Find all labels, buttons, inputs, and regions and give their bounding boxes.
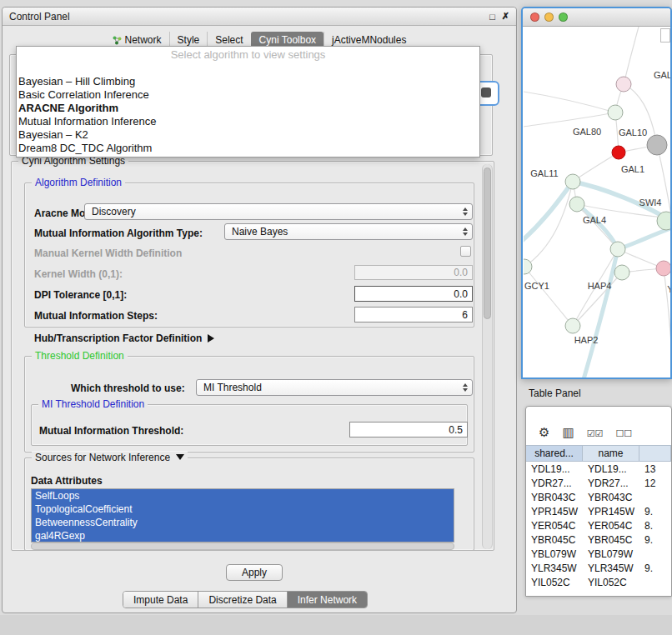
network-edge[interactable] [664,268,671,343]
network-scrollbar[interactable] [660,28,670,42]
algorithm-option-bayesian-hill-climbing[interactable]: Bayesian – Hill Climbing [17,75,479,88]
which-threshold-combobox[interactable]: MI Threshold [196,379,473,396]
columns-icon[interactable]: ▥ [562,426,574,438]
table-cell: YBR043C [583,492,639,503]
table-cell: YDR27... [526,478,583,489]
table-row[interactable]: YIL052CYIL052C [526,575,671,589]
column-header-extra[interactable] [639,446,671,461]
table-cell: YDL19... [583,463,639,475]
tab-label: Style [178,34,200,46]
attribute-item-betweennesscentrality[interactable]: BetweennessCentrality [32,516,454,529]
close-window-button[interactable]: ✗ [502,11,509,22]
bottom-tab-impute-data[interactable]: Impute Data [123,592,198,608]
hub-definition-toggle[interactable]: Hub/Transcription Factor Definition [34,332,214,344]
aracne-mode-combobox[interactable]: Discovery [84,203,473,220]
table-row[interactable]: YBL079WYBL079W [526,547,671,561]
threshold-definition-title: Threshold Definition [32,350,128,362]
mi-steps-label: Mutual Information Steps: [34,310,158,322]
node-label-swi4: SWI4 [639,198,662,208]
attribute-item-topologicalcoefficient[interactable]: TopologicalCoefficient [32,502,454,516]
table-cell: YLR345W [526,562,583,574]
bottom-tab-discretize-data[interactable]: Discretize Data [198,592,286,608]
table-row[interactable]: YER054CYER054C8. [526,518,671,532]
table-cell: 12 [639,478,671,489]
network-node[interactable] [657,212,671,230]
column-header-shared[interactable]: shared... [526,446,583,461]
mi-type-combobox[interactable]: Naive Bayes [224,223,473,240]
float-window-button[interactable]: □ [489,12,495,22]
node-label-hap2: HAP2 [574,335,599,345]
network-node[interactable] [656,261,671,276]
table-row[interactable]: YBR043CYBR043C [526,490,671,504]
column-header-name[interactable]: name [583,446,639,461]
network-node[interactable] [565,174,580,189]
collapse-down-icon [176,454,184,460]
table-row[interactable]: YBR045CYBR045C9. [526,532,671,547]
deselect-all-icon[interactable]: ☐☐ [615,429,632,438]
network-canvas[interactable]: GAL80GAL10GAL11GAL1SWI4GAL4GCY1HAP4HAP2G… [524,27,671,379]
network-node[interactable] [647,135,667,155]
table-row[interactable]: YDR27...YDR27...12 [526,476,671,490]
select-all-icon[interactable]: ☑☑ [587,429,604,438]
mi-type-value: Naive Bayes [232,226,288,238]
network-node[interactable] [614,265,629,280]
data-attributes-list[interactable]: SelfLoopsTopologicalCoefficientBetweenne… [31,488,454,542]
table-cell: YBR043C [526,492,583,503]
network-node[interactable] [565,318,580,333]
expand-right-icon [208,334,214,342]
bottom-tabs: Impute DataDiscretize DataInfer Network [123,591,368,608]
table-cell: YLR345W [583,562,639,574]
table-cell: 9. [639,534,671,546]
tab-label: Network [125,34,162,46]
network-edge[interactable] [524,92,615,112]
gear-icon[interactable]: ⚙ [539,426,549,438]
mi-threshold-field[interactable]: 0.5 [349,422,468,438]
network-edge[interactable] [577,204,618,379]
dpi-tolerance-value: 0.0 [454,288,468,300]
algorithm-option-basic-correlation-inference[interactable]: Basic Correlation Inference [17,88,479,102]
minimize-traffic-light[interactable] [544,12,554,22]
network-node[interactable] [616,77,631,92]
zoom-traffic-light[interactable] [559,12,568,22]
table-cell: YPR145W [583,506,639,518]
algorithm-dropdown-placeholder: Select algorithm to view settings [17,48,479,62]
attribute-item-gal4rgexp[interactable]: gal4RGexp [32,529,454,542]
attribute-item-selfloops[interactable]: SelfLoops [32,489,454,502]
table-cell: 9. [639,562,671,574]
algorithm-option-mutual-information-inference[interactable]: Mutual Information Inference [17,115,479,128]
network-edge[interactable] [618,227,671,249]
network-node[interactable] [608,105,623,120]
table-cell: YER054C [526,520,583,532]
bottom-tab-infer-network[interactable]: Infer Network [287,592,367,608]
attributes-horizontal-scrollbar[interactable] [31,542,454,550]
network-edge[interactable] [624,27,639,84]
network-node[interactable] [612,146,625,159]
settings-scrollbar-thumb[interactable] [484,168,491,319]
network-edge[interactable] [524,267,573,326]
table-row[interactable]: YDL19...YDL19...13 [526,462,671,476]
network-edge[interactable] [524,112,615,127]
close-traffic-light[interactable] [530,12,539,22]
sources-toggle[interactable]: Sources for Network Inference [32,452,188,463]
kernel-width-field: 0.0 [354,265,473,280]
dpi-tolerance-field[interactable]: 0.0 [354,286,473,302]
helper-button-icon [481,88,491,98]
node-label-gal1: GAL1 [621,164,644,174]
mi-steps-field[interactable]: 6 [354,307,473,322]
table-cell: 13 [639,463,671,475]
apply-button[interactable]: Apply [226,564,283,581]
control-panel-titlebar[interactable]: Control Panel □ ✗ [3,8,516,26]
table-row[interactable]: YLR345WYLR345W9. [526,561,671,575]
network-window-titlebar[interactable] [523,8,670,27]
network-node[interactable] [569,197,584,212]
algorithm-option-bayesian-k2[interactable]: Bayesian – K2 [17,128,479,142]
mi-threshold-value: 0.5 [449,424,463,436]
mi-threshold-label: Mutual Information Threshold: [39,425,183,437]
algorithm-option-aracne-algorithm[interactable]: ARACNE Algorithm [17,102,479,115]
settings-scrollbar[interactable] [482,164,493,549]
table-row[interactable]: YPR145WYPR145W9. [526,504,671,518]
network-node[interactable] [610,242,625,257]
network-edge[interactable] [573,152,619,182]
algorithm-option-dream8-dc-tdc-algorithm[interactable]: Dream8 DC_TDC Algorithm [17,142,479,155]
manual-kernel-checkbox[interactable] [460,246,471,257]
